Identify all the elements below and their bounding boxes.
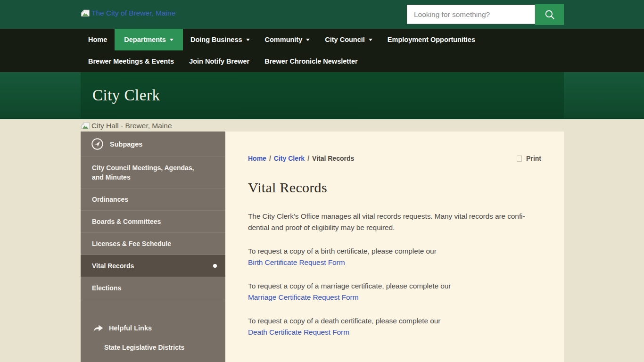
search-button[interactable] xyxy=(535,4,564,25)
page-banner-inner: City Clerk xyxy=(81,72,564,118)
site-logo-alt-text: The City of Brewer, Maine xyxy=(91,9,175,17)
broken-image-icon xyxy=(81,122,90,130)
search-input[interactable] xyxy=(407,5,535,24)
breadcrumb-separator: / xyxy=(269,155,271,162)
nav-item-departments[interactable]: Departments xyxy=(115,29,183,50)
intro-paragraph: The City Clerk’s Office manages all vita… xyxy=(248,211,541,233)
breadcrumb-current-page: Vital Records xyxy=(312,155,354,162)
nav-item-doing-business[interactable]: Doing Business xyxy=(183,29,257,50)
page-body: City Hall - Brewer, Maine Subpages City … xyxy=(0,119,644,362)
sidebar-item-label: Vital Records xyxy=(92,262,134,270)
nav-item-city-council[interactable]: City Council xyxy=(317,29,380,50)
marriage-certificate-paragraph: To request a copy of a marriage certific… xyxy=(248,280,541,303)
helpful-link-label: State Legislative Districts xyxy=(104,344,184,351)
nav-item-brewer-chronicle-newsletter-label: Brewer Chronicle Newsletter xyxy=(264,58,357,65)
nav-item-doing-business-label: Doing Business xyxy=(190,36,242,43)
helpful-links-label: Helpful Links xyxy=(109,324,152,332)
page-title: Vital Records xyxy=(248,180,541,196)
main-nav-row1: Home Departments Doing Business Communit… xyxy=(81,29,644,50)
site-search xyxy=(407,4,564,25)
hero-broken-image: City Hall - Brewer, Maine xyxy=(81,119,564,132)
nav-item-employment-opportunities[interactable]: Employment Opportunities xyxy=(380,29,483,50)
sidebar: Subpages City Council Meetings, Agendas,… xyxy=(81,132,225,362)
content-panel: Home / City Clerk / Vital Records Print … xyxy=(225,132,564,362)
main-nav: Home Departments Doing Business Communit… xyxy=(0,29,644,72)
content-wrap: City Hall - Brewer, Maine Subpages City … xyxy=(81,119,564,362)
intro-line-1: The City Clerk’s Office manages all vita… xyxy=(248,212,525,220)
marriage-certificate-text: To request a copy of a marriage certific… xyxy=(248,282,451,290)
nav-item-community[interactable]: Community xyxy=(257,29,318,50)
curved-arrow-icon xyxy=(93,324,104,332)
site-logo[interactable]: The City of Brewer, Maine xyxy=(81,9,175,17)
nav-item-join-notify-brewer[interactable]: Join Notify Brewer xyxy=(182,50,257,72)
nav-item-home[interactable]: Home xyxy=(81,29,115,50)
nav-item-community-label: Community xyxy=(265,36,303,43)
page-banner-title: City Clerk xyxy=(92,87,160,104)
active-page-dot xyxy=(213,264,217,268)
navigation-arrow-icon xyxy=(91,138,104,150)
magnifier-icon xyxy=(544,8,556,21)
sidebar-item-vital-records[interactable]: Vital Records xyxy=(81,255,225,277)
sidebar-subpages-label: Subpages xyxy=(110,140,142,148)
nav-item-city-council-label: City Council xyxy=(325,36,365,43)
birth-certificate-paragraph: To request a copy of a birth certificate… xyxy=(248,246,541,268)
main-nav-row2: Brewer Meetings & Events Join Notify Bre… xyxy=(81,50,644,72)
site-header: The City of Brewer, Maine xyxy=(0,0,644,29)
death-certificate-request-form-link[interactable]: Death Certificate Request Form xyxy=(248,328,349,336)
chevron-down-icon xyxy=(306,39,310,41)
main-nav-inner: Home Departments Doing Business Communit… xyxy=(81,29,644,72)
nav-item-departments-label: Departments xyxy=(124,36,166,43)
sidebar-item-label: Licenses & Fee Schedule xyxy=(92,240,171,247)
breadcrumb-separator: / xyxy=(307,155,309,162)
content-columns: Subpages City Council Meetings, Agendas,… xyxy=(81,132,564,362)
breadcrumb: Home / City Clerk / Vital Records xyxy=(248,155,354,162)
birth-certificate-request-form-link[interactable]: Birth Certificate Request Form xyxy=(248,258,345,266)
print-icon xyxy=(517,156,522,162)
sidebar-item-elections[interactable]: Elections xyxy=(81,277,225,299)
chevron-down-icon xyxy=(246,39,250,41)
sidebar-item-boards-committees[interactable]: Boards & Committees xyxy=(81,210,225,232)
nav-item-home-label: Home xyxy=(88,36,107,43)
nav-item-brewer-chronicle-newsletter[interactable]: Brewer Chronicle Newsletter xyxy=(257,50,365,72)
breadcrumb-link-city-clerk[interactable]: City Clerk xyxy=(274,155,305,162)
birth-certificate-text: To request a copy of a birth certificate… xyxy=(248,247,437,255)
sidebar-item-ordinances[interactable]: Ordinances xyxy=(81,188,225,210)
print-button[interactable]: Print xyxy=(517,155,541,162)
chevron-down-icon xyxy=(369,39,372,41)
breadcrumb-row: Home / City Clerk / Vital Records Print xyxy=(248,154,541,163)
nav-item-brewer-meetings-events[interactable]: Brewer Meetings & Events xyxy=(81,50,182,72)
death-certificate-paragraph: To request a copy of a death certificate… xyxy=(248,315,541,338)
page-banner: City Clerk xyxy=(0,72,644,119)
helpful-links-header: Helpful Links xyxy=(81,324,225,332)
sidebar-item-city-council-meetings[interactable]: City Council Meetings, Agendas, and Minu… xyxy=(81,156,225,188)
death-certificate-text: To request a copy of a death certificate… xyxy=(248,317,440,325)
sidebar-item-licenses-fee-schedule[interactable]: Licenses & Fee Schedule xyxy=(81,232,225,255)
print-label: Print xyxy=(526,155,541,162)
nav-item-employment-opportunities-label: Employment Opportunities xyxy=(388,36,475,43)
breadcrumb-link-home[interactable]: Home xyxy=(248,155,266,162)
broken-image-icon xyxy=(81,9,90,17)
sidebar-item-label: Ordinances xyxy=(92,196,128,203)
sidebar-subpages-header: Subpages xyxy=(81,132,225,156)
sidebar-item-label: City Council Meetings, Agendas, and Minu… xyxy=(92,164,194,181)
nav-item-join-notify-brewer-label: Join Notify Brewer xyxy=(189,58,249,65)
marriage-certificate-request-form-link[interactable]: Marriage Certificate Request Form xyxy=(248,293,358,301)
sidebar-item-label: Boards & Committees xyxy=(92,218,161,225)
intro-line-2: dential and proof of eligibility may be … xyxy=(248,223,395,231)
chevron-down-icon xyxy=(170,39,173,41)
sidebar-item-state-legislative-districts[interactable]: State Legislative Districts xyxy=(81,332,225,351)
nav-item-brewer-meetings-events-label: Brewer Meetings & Events xyxy=(88,58,174,65)
sidebar-helpful-links-section: Helpful Links State Legislative District… xyxy=(81,299,225,351)
sidebar-item-label: Elections xyxy=(92,284,121,292)
hero-image-alt-text: City Hall - Brewer, Maine xyxy=(91,122,172,130)
